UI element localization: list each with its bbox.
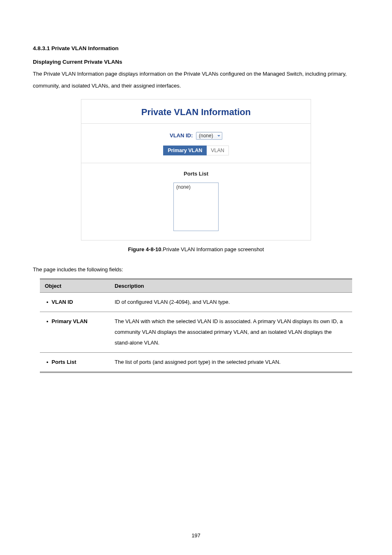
panel-section-ports: Ports List (none) bbox=[81, 163, 311, 240]
vlan-id-dropdown[interactable]: (none) bbox=[196, 132, 222, 140]
bullet-icon: • bbox=[46, 359, 48, 365]
ports-list-item: (none) bbox=[176, 184, 191, 190]
primary-vlan-row: Primary VLANVLAN bbox=[163, 146, 229, 155]
vlan-id-dropdown-value: (none) bbox=[199, 133, 213, 139]
table-row: •VLAN ID ID of configured VLAN (2-4094),… bbox=[40, 293, 352, 312]
table-desc-cell: The list of ports (and assigned port typ… bbox=[110, 353, 352, 372]
bullet-icon: • bbox=[46, 299, 48, 305]
figure-caption-number: Figure 4-8-10 bbox=[128, 246, 161, 252]
figure-container: Private VLAN Information VLAN ID: (none)… bbox=[33, 99, 359, 252]
vlan-id-label: VLAN ID: bbox=[170, 132, 193, 139]
section-heading: 4.8.3.1 Private VLAN Information bbox=[33, 45, 359, 51]
panel-section-vlan: VLAN ID: (none) Primary VLANVLAN bbox=[81, 124, 311, 163]
page-number: 197 bbox=[0, 532, 392, 539]
figure-panel: Private VLAN Information VLAN ID: (none)… bbox=[81, 99, 311, 240]
figure-caption: Figure 4-8-10.Private VLAN Information p… bbox=[81, 246, 311, 252]
figure-caption-text: .Private VLAN Information page screensho… bbox=[161, 246, 264, 252]
bullet-icon: • bbox=[46, 318, 48, 324]
table-object-label: VLAN ID bbox=[52, 299, 73, 305]
table-object-cell: •Ports List bbox=[40, 353, 110, 372]
ports-list-box[interactable]: (none) bbox=[173, 183, 219, 231]
table-head-description: Description bbox=[110, 279, 352, 293]
body-paragraph: The Private VLAN Information page displa… bbox=[33, 68, 359, 92]
table-row: •Ports List The list of ports (and assig… bbox=[40, 353, 352, 372]
vlan-id-row: VLAN ID: (none) bbox=[81, 132, 311, 140]
panel-title: Private VLAN Information bbox=[81, 99, 311, 124]
table-object-label: Primary VLAN bbox=[52, 318, 88, 324]
table-desc-cell: ID of configured VLAN (2-4094), and VLAN… bbox=[110, 293, 352, 312]
table-object-label: Ports List bbox=[52, 359, 76, 365]
figure-box: Private VLAN Information VLAN ID: (none)… bbox=[81, 99, 311, 252]
fields-intro-text: The page includes the following fields: bbox=[33, 266, 359, 273]
ports-list-title: Ports List bbox=[81, 171, 311, 177]
primary-vlan-header-cell: Primary VLAN bbox=[163, 146, 207, 155]
table-object-cell: •VLAN ID bbox=[40, 293, 110, 312]
subsection-heading: Displaying Current Private VLANs bbox=[33, 59, 359, 65]
table-object-cell: •Primary VLAN bbox=[40, 312, 110, 353]
table-row: •Primary VLAN The VLAN with which the se… bbox=[40, 312, 352, 353]
fields-table: Object Description •VLAN ID ID of config… bbox=[40, 278, 352, 373]
primary-vlan-value-cell: VLAN bbox=[207, 146, 229, 155]
table-head-object: Object bbox=[40, 279, 110, 293]
table-desc-cell: The VLAN with which the selected VLAN ID… bbox=[110, 312, 352, 353]
chevron-down-icon bbox=[217, 133, 221, 139]
